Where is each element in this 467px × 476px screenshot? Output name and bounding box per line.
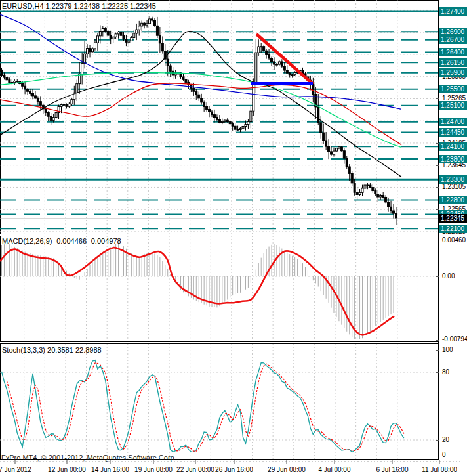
price-chart-svg <box>0 0 438 234</box>
candle-body <box>131 37 132 41</box>
axis-tick <box>436 440 439 441</box>
candle-body <box>195 91 197 95</box>
candle-body <box>271 58 273 62</box>
level-price-badge: 1.26900 <box>439 28 467 36</box>
level-price-badge: 1.25900 <box>439 68 467 77</box>
candle-body <box>211 112 213 115</box>
candle-body <box>273 62 275 64</box>
candle-body <box>125 39 127 43</box>
candle-body <box>278 62 280 64</box>
candle-body <box>294 72 296 74</box>
macd-axis-label: -0.00794 <box>442 335 467 343</box>
candle-body <box>229 122 231 124</box>
candle-body <box>260 47 262 47</box>
candle-body <box>112 37 114 39</box>
candle-body <box>312 84 314 95</box>
candle-body <box>258 47 260 53</box>
candle-body <box>180 74 182 77</box>
stoch-main-line[interactable] <box>2 360 404 452</box>
panel-separator-macd-stoch[interactable] <box>0 341 439 344</box>
panel-separator-main-macd[interactable] <box>0 234 439 236</box>
level-price-badge: 1.22800 <box>439 196 467 204</box>
stoch-indicator-panel[interactable] <box>0 343 438 459</box>
platform-copyright: FxPro MT4, © 2001-2012, MetaQuotes Softw… <box>1 454 176 462</box>
axis-tick <box>436 340 439 341</box>
candle-body <box>136 30 138 33</box>
candle-body <box>242 126 244 128</box>
candle-body <box>66 104 68 106</box>
candle-body <box>123 35 125 39</box>
candle-body <box>117 32 119 33</box>
candle-body <box>395 213 397 219</box>
candle-body <box>6 77 8 80</box>
candle-body <box>182 77 184 79</box>
candle-body <box>174 74 176 75</box>
candle-body <box>39 102 41 106</box>
candle-body <box>89 48 91 51</box>
candle-body <box>356 192 358 194</box>
candle-body <box>340 147 342 151</box>
level-price-badge: 1.24700 <box>439 118 467 126</box>
time-axis[interactable]: 7 Jun 201212 Jun 00:0014 Jun 16:0019 Jun… <box>0 460 467 476</box>
candle-body <box>224 120 226 121</box>
level-price-badge: 1.23800 <box>439 155 467 163</box>
level-price-badge: 1.26150 <box>439 58 467 67</box>
stoch-axis-label: 80 <box>442 368 449 376</box>
candle-body <box>382 195 384 197</box>
stoch-axis-label: 0 <box>442 451 446 458</box>
candle-body <box>364 185 366 188</box>
candle-body <box>275 64 277 65</box>
candle-body <box>281 62 283 66</box>
macd-svg <box>0 236 438 341</box>
candle-body <box>286 70 288 73</box>
candle-body <box>52 118 54 121</box>
candle-body <box>146 24 148 25</box>
candle-body <box>317 107 319 123</box>
price-axis[interactable]: 1.258051.252651.247251.241851.236451.231… <box>439 0 467 459</box>
stoch-svg <box>0 343 438 459</box>
axis-tick <box>436 77 439 77</box>
candle-body <box>198 95 200 98</box>
candle-body <box>22 83 24 86</box>
candle-body <box>1 70 3 75</box>
candle-body <box>325 141 327 146</box>
candle-body <box>68 104 70 106</box>
candle-body <box>31 93 33 96</box>
candle-body <box>320 123 322 133</box>
main-chart-panel[interactable] <box>0 0 438 234</box>
candle-body <box>380 195 382 196</box>
level-price-badge: 1.27400 <box>439 7 467 16</box>
candle-body <box>34 96 36 98</box>
axis-tick <box>436 276 439 277</box>
candle-body <box>232 124 234 127</box>
candle-body <box>377 194 379 197</box>
candle-body <box>14 81 16 83</box>
candle-body <box>216 118 218 120</box>
candle-body <box>3 75 5 77</box>
candle-body <box>177 74 179 74</box>
ma-green[interactable] <box>0 72 401 147</box>
candle-body <box>96 36 98 43</box>
candle-body <box>63 104 65 105</box>
candle-body <box>221 121 223 122</box>
macd-label: MACD(12,26,9) -0.004466 -0.004978 <box>2 237 121 245</box>
descending-trendline[interactable] <box>256 34 313 84</box>
candle-body <box>167 59 169 66</box>
ma-black[interactable] <box>0 32 401 177</box>
macd-indicator-panel[interactable] <box>0 236 438 341</box>
candle-body <box>393 211 395 213</box>
candle-body <box>283 66 285 70</box>
candle-body <box>338 147 340 148</box>
candle-body <box>333 151 335 154</box>
candle-body <box>185 79 187 82</box>
candle-body <box>226 120 228 121</box>
axis-tick <box>436 240 439 240</box>
axis-tick <box>436 121 439 121</box>
level-price-badge: 1.22100 <box>439 225 467 233</box>
candle-body <box>149 19 151 24</box>
candle-body <box>71 100 73 104</box>
stoch-signal-line[interactable] <box>7 363 403 451</box>
level-price-badge: 1.23300 <box>439 175 467 184</box>
candle-body <box>30 91 31 93</box>
candle-body <box>159 35 161 43</box>
